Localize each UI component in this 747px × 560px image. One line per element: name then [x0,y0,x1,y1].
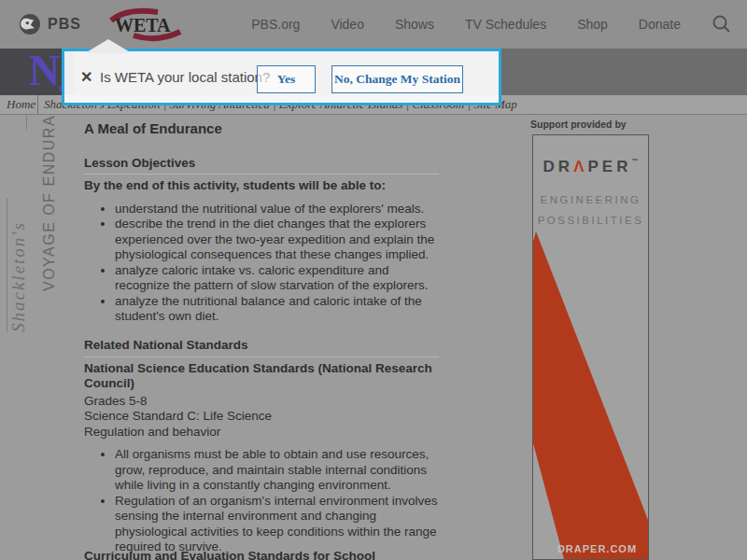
pbs-wordmark: PBS [48,16,81,33]
close-icon[interactable]: ✕ [80,68,92,86]
standard-line: Science Standard C: Life Science [84,409,439,425]
sidebar-script-title: Shackleton's [8,221,29,332]
weta-wordmark: WETA [115,15,171,36]
objectives-list: understand the nutritional value of the … [84,202,439,325]
list-item: describe the trend in the diet changes t… [115,217,439,263]
regulation-line: Regulation and behavior [84,425,439,441]
math-standards-heading: Curriculum and Evaluation Standards for … [84,549,439,560]
draper-url: DRAPER.COM [533,543,648,554]
breadcrumb-home[interactable]: Home [7,97,35,112]
list-item: analyze the nutritional balance and calo… [115,294,439,325]
nav-tv-schedules[interactable]: TV Schedules [465,17,546,32]
header-nav: PBS.org Video Shows TV Schedules Shop Do… [251,14,732,35]
grades-line: Grades 5-8 [84,394,439,410]
nav-shows[interactable]: Shows [395,17,434,32]
trademark-mark: ™ [631,158,638,164]
draper-tagline-1: ENGINEERING [533,194,648,205]
sidebar-divider [26,114,27,130]
draper-tagline-2: POSSIBILITIES [533,215,648,226]
station-prompt-dialog: ✕ Is WETA your local station? Yes No, Ch… [62,49,501,105]
yes-button[interactable]: Yes [257,65,316,93]
sponsor-label: Support provided by [530,119,627,130]
draper-logo: DRΛPER™ [533,158,648,176]
list-item: analyze caloric intake vs. caloric expen… [115,263,439,294]
draper-letters: PER [587,158,631,175]
draper-ad[interactable]: DRΛPER™ ENGINEERING POSSIBILITIES DRAPER… [532,134,649,560]
standards-section: Related National Standards National Scie… [84,338,439,555]
science-points-list: All organisms must be able to obtain and… [84,447,439,555]
station-question: Is WETA your local station? [100,69,270,85]
weta-logo[interactable]: WETA [106,6,186,43]
list-item: understand the nutritional value of the … [115,202,439,217]
objectives-intro: By the end of this activity, students wi… [84,178,439,194]
science-standards-title: National Science Education Standards (Na… [84,361,439,392]
objectives-heading: Lesson Objectives [84,156,439,175]
pbs-face-icon [19,13,41,35]
draper-a-mark: Λ [573,158,587,175]
dialog-caret [85,39,132,53]
list-item: Regulation of an organism's internal env… [115,494,439,555]
nav-video[interactable]: Video [331,17,364,32]
pbs-logo[interactable]: PBS [19,13,81,35]
script-title-underline [7,198,7,332]
change-station-button[interactable]: No, Change My Station [331,65,463,93]
lesson-section: A Meal of Endurance Lesson Objectives By… [84,121,439,325]
nav-shop[interactable]: Shop [577,17,608,32]
draper-letters: DR [543,158,574,175]
search-icon[interactable] [712,14,732,35]
page-title: A Meal of Endurance [84,121,439,137]
standards-heading: Related National Standards [84,338,439,357]
nav-pbs-org[interactable]: PBS.org [251,17,300,32]
breadcrumb-divider [37,95,38,114]
nova-letter: N [29,48,60,94]
list-item: All organisms must be able to obtain and… [115,447,439,494]
nav-donate[interactable]: Donate [639,17,681,32]
